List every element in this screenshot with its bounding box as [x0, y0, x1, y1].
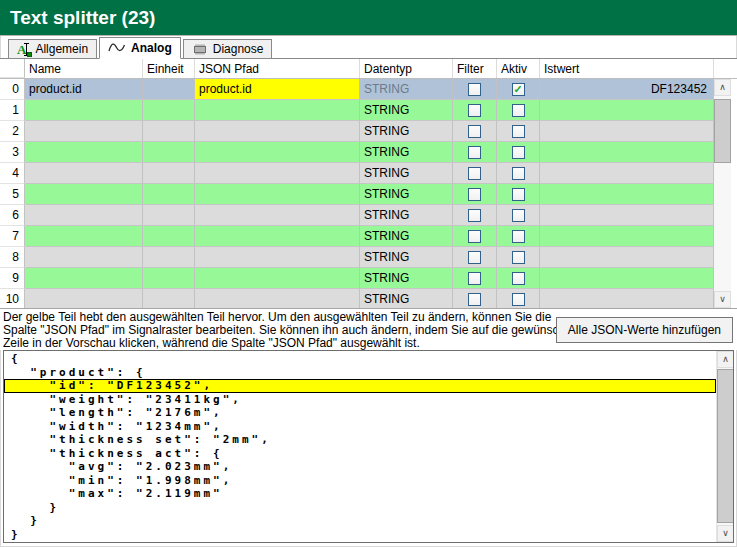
scroll-up-icon[interactable]: ∧ — [717, 351, 734, 368]
cell-einheit[interactable] — [143, 226, 195, 247]
aktiv-checkbox[interactable] — [512, 272, 525, 285]
scroll-down-icon[interactable]: ∨ — [717, 525, 734, 542]
cell-istwert[interactable] — [540, 247, 714, 268]
table-row[interactable]: 4 STRING — [0, 163, 737, 184]
cell-name[interactable] — [25, 289, 143, 309]
column-header-istwert[interactable]: Istwert — [540, 59, 714, 78]
cell-datentyp[interactable]: STRING — [360, 100, 453, 121]
row-number[interactable]: 1 — [0, 100, 25, 121]
row-number[interactable]: 10 — [0, 289, 25, 309]
json-preview-line[interactable]: "length": "2176m", — [4, 406, 716, 420]
cell-istwert[interactable] — [540, 184, 714, 205]
cell-json-pfad[interactable] — [195, 205, 360, 226]
scroll-down-icon[interactable]: ∨ — [714, 291, 731, 308]
filter-checkbox[interactable] — [468, 293, 481, 306]
scroll-up-icon[interactable]: ∧ — [714, 79, 731, 96]
table-row[interactable]: 0 product.id product.id STRING ✓ DF12345… — [0, 79, 737, 100]
row-number[interactable]: 4 — [0, 163, 25, 184]
column-header-aktiv[interactable]: Aktiv — [497, 59, 540, 78]
table-scrollbar[interactable]: ∧ ∨ — [714, 79, 731, 308]
cell-json-pfad[interactable] — [195, 142, 360, 163]
table-row[interactable]: 8 STRING — [0, 247, 737, 268]
add-all-json-values-button[interactable]: Alle JSON-Werte hinzufügen — [556, 317, 733, 343]
cell-json-pfad[interactable]: product.id — [195, 79, 360, 100]
cell-name[interactable] — [25, 205, 143, 226]
row-number[interactable]: 9 — [0, 268, 25, 289]
aktiv-checkbox[interactable]: ✓ — [512, 83, 525, 96]
aktiv-checkbox[interactable] — [512, 125, 525, 138]
column-header-datentyp[interactable]: Datentyp — [360, 59, 453, 78]
cell-datentyp[interactable]: STRING — [360, 184, 453, 205]
row-number[interactable]: 0 — [0, 79, 25, 100]
cell-istwert[interactable] — [540, 121, 714, 142]
aktiv-checkbox[interactable] — [512, 209, 525, 222]
cell-json-pfad[interactable] — [195, 247, 360, 268]
cell-json-pfad[interactable] — [195, 268, 360, 289]
cell-name[interactable] — [25, 268, 143, 289]
json-preview-line[interactable]: } — [4, 528, 716, 542]
column-header-json-pfad[interactable]: JSON Pfad — [195, 59, 360, 78]
cell-name[interactable] — [25, 121, 143, 142]
row-number[interactable]: 3 — [0, 142, 25, 163]
preview-scrollbar[interactable]: ∧ ∨ — [716, 351, 733, 542]
row-number[interactable]: 2 — [0, 121, 25, 142]
cell-json-pfad[interactable] — [195, 289, 360, 309]
filter-checkbox[interactable] — [468, 188, 481, 201]
json-preview-line[interactable]: { — [4, 352, 716, 366]
cell-einheit[interactable] — [143, 205, 195, 226]
tab-analog[interactable]: Analog — [99, 37, 181, 59]
cell-istwert[interactable] — [540, 226, 714, 247]
table-row[interactable]: 2 STRING — [0, 121, 737, 142]
cell-name[interactable] — [25, 226, 143, 247]
cell-name[interactable] — [25, 184, 143, 205]
table-row[interactable]: 1 STRING — [0, 100, 737, 121]
json-preview-line[interactable]: "width": "1234mm", — [4, 420, 716, 434]
aktiv-checkbox[interactable] — [512, 104, 525, 117]
aktiv-checkbox[interactable] — [512, 293, 525, 306]
row-number[interactable]: 5 — [0, 184, 25, 205]
cell-istwert[interactable] — [540, 100, 714, 121]
row-number[interactable]: 6 — [0, 205, 25, 226]
cell-einheit[interactable] — [143, 142, 195, 163]
filter-checkbox[interactable] — [468, 230, 481, 243]
filter-checkbox[interactable] — [468, 272, 481, 285]
cell-datentyp[interactable]: STRING — [360, 142, 453, 163]
json-preview-line[interactable]: "id": "DF123452", — [4, 379, 716, 393]
aktiv-checkbox[interactable] — [512, 251, 525, 264]
cell-datentyp[interactable]: STRING — [360, 289, 453, 309]
column-header-name[interactable]: Name — [25, 59, 143, 78]
filter-checkbox[interactable] — [468, 209, 481, 222]
cell-json-pfad[interactable] — [195, 100, 360, 121]
cell-istwert[interactable] — [540, 205, 714, 226]
table-row[interactable]: 9 STRING — [0, 268, 737, 289]
tab-allgemein[interactable]: A Allgemein — [8, 39, 97, 58]
cell-einheit[interactable] — [143, 184, 195, 205]
cell-istwert[interactable] — [540, 142, 714, 163]
aktiv-checkbox[interactable] — [512, 188, 525, 201]
json-preview-line[interactable]: "thickness set": "2mm", — [4, 433, 716, 447]
table-row[interactable]: 5 STRING — [0, 184, 737, 205]
cell-datentyp[interactable]: STRING — [360, 205, 453, 226]
filter-checkbox[interactable] — [468, 125, 481, 138]
filter-checkbox[interactable] — [468, 167, 481, 180]
json-preview-line[interactable]: "max": "2.119mm" — [4, 487, 716, 501]
cell-datentyp[interactable]: STRING — [360, 226, 453, 247]
cell-datentyp[interactable]: STRING — [360, 121, 453, 142]
filter-checkbox[interactable] — [468, 146, 481, 159]
cell-datentyp[interactable]: STRING — [360, 268, 453, 289]
cell-name[interactable]: product.id — [25, 79, 143, 100]
aktiv-checkbox[interactable] — [512, 167, 525, 180]
json-preview-line[interactable]: } — [4, 514, 716, 528]
cell-istwert[interactable] — [540, 289, 714, 309]
tab-diagnose[interactable]: Diagnose — [183, 39, 273, 58]
cell-istwert[interactable] — [540, 163, 714, 184]
json-preview-line[interactable]: "product": { — [4, 366, 716, 380]
cell-datentyp[interactable]: STRING — [360, 247, 453, 268]
cell-istwert[interactable]: DF123452 — [540, 79, 714, 100]
cell-einheit[interactable] — [143, 247, 195, 268]
cell-datentyp[interactable]: STRING — [360, 79, 453, 100]
cell-datentyp[interactable]: STRING — [360, 163, 453, 184]
aktiv-checkbox[interactable] — [512, 230, 525, 243]
table-row[interactable]: 7 STRING — [0, 226, 737, 247]
json-preview-line[interactable]: "thickness act": { — [4, 447, 716, 461]
